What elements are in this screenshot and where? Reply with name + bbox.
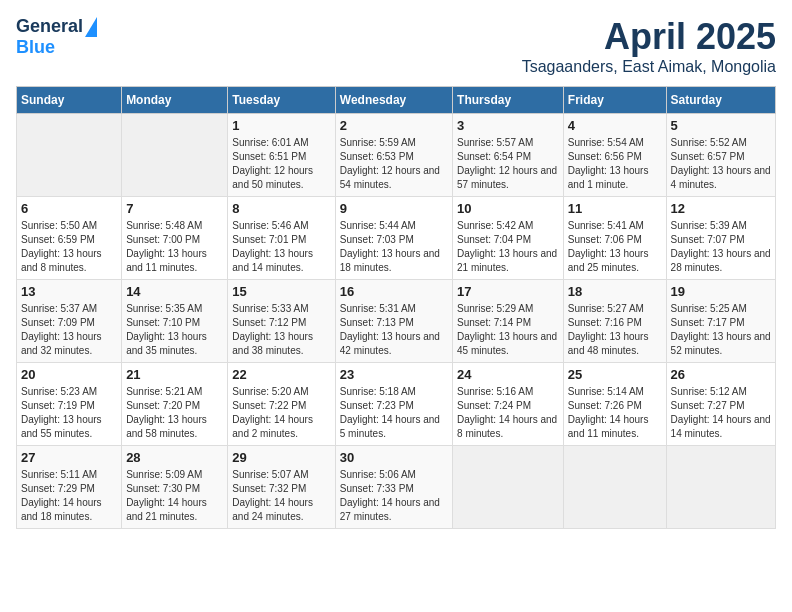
calendar-cell: 14Sunrise: 5:35 AMSunset: 7:10 PMDayligh… bbox=[122, 280, 228, 363]
day-number: 3 bbox=[457, 118, 559, 133]
calendar-cell: 18Sunrise: 5:27 AMSunset: 7:16 PMDayligh… bbox=[563, 280, 666, 363]
day-info: Sunrise: 5:50 AMSunset: 6:59 PMDaylight:… bbox=[21, 219, 117, 275]
day-info: Sunrise: 5:07 AMSunset: 7:32 PMDaylight:… bbox=[232, 468, 330, 524]
day-info: Sunrise: 5:37 AMSunset: 7:09 PMDaylight:… bbox=[21, 302, 117, 358]
day-number: 23 bbox=[340, 367, 448, 382]
header-row: SundayMondayTuesdayWednesdayThursdayFrid… bbox=[17, 87, 776, 114]
day-info: Sunrise: 5:14 AMSunset: 7:26 PMDaylight:… bbox=[568, 385, 662, 441]
week-row-2: 6Sunrise: 5:50 AMSunset: 6:59 PMDaylight… bbox=[17, 197, 776, 280]
calendar-body: 1Sunrise: 6:01 AMSunset: 6:51 PMDaylight… bbox=[17, 114, 776, 529]
day-info: Sunrise: 5:29 AMSunset: 7:14 PMDaylight:… bbox=[457, 302, 559, 358]
day-number: 7 bbox=[126, 201, 223, 216]
calendar-cell: 6Sunrise: 5:50 AMSunset: 6:59 PMDaylight… bbox=[17, 197, 122, 280]
day-number: 11 bbox=[568, 201, 662, 216]
day-number: 6 bbox=[21, 201, 117, 216]
day-number: 28 bbox=[126, 450, 223, 465]
day-info: Sunrise: 5:18 AMSunset: 7:23 PMDaylight:… bbox=[340, 385, 448, 441]
calendar-cell: 2Sunrise: 5:59 AMSunset: 6:53 PMDaylight… bbox=[335, 114, 452, 197]
day-info: Sunrise: 5:48 AMSunset: 7:00 PMDaylight:… bbox=[126, 219, 223, 275]
day-info: Sunrise: 5:23 AMSunset: 7:19 PMDaylight:… bbox=[21, 385, 117, 441]
day-number: 30 bbox=[340, 450, 448, 465]
day-info: Sunrise: 5:11 AMSunset: 7:29 PMDaylight:… bbox=[21, 468, 117, 524]
logo-general: General bbox=[16, 16, 83, 37]
day-info: Sunrise: 6:01 AMSunset: 6:51 PMDaylight:… bbox=[232, 136, 330, 192]
day-info: Sunrise: 5:16 AMSunset: 7:24 PMDaylight:… bbox=[457, 385, 559, 441]
header-day-tuesday: Tuesday bbox=[228, 87, 335, 114]
day-number: 16 bbox=[340, 284, 448, 299]
logo: General Blue bbox=[16, 16, 97, 58]
calendar-table: SundayMondayTuesdayWednesdayThursdayFrid… bbox=[16, 86, 776, 529]
header-day-monday: Monday bbox=[122, 87, 228, 114]
day-info: Sunrise: 5:46 AMSunset: 7:01 PMDaylight:… bbox=[232, 219, 330, 275]
day-info: Sunrise: 5:20 AMSunset: 7:22 PMDaylight:… bbox=[232, 385, 330, 441]
calendar-cell: 10Sunrise: 5:42 AMSunset: 7:04 PMDayligh… bbox=[453, 197, 564, 280]
day-number: 29 bbox=[232, 450, 330, 465]
calendar-cell: 19Sunrise: 5:25 AMSunset: 7:17 PMDayligh… bbox=[666, 280, 775, 363]
calendar-cell: 7Sunrise: 5:48 AMSunset: 7:00 PMDaylight… bbox=[122, 197, 228, 280]
calendar-cell: 23Sunrise: 5:18 AMSunset: 7:23 PMDayligh… bbox=[335, 363, 452, 446]
day-number: 14 bbox=[126, 284, 223, 299]
calendar-cell: 5Sunrise: 5:52 AMSunset: 6:57 PMDaylight… bbox=[666, 114, 775, 197]
calendar-cell: 22Sunrise: 5:20 AMSunset: 7:22 PMDayligh… bbox=[228, 363, 335, 446]
logo-blue: Blue bbox=[16, 37, 55, 58]
calendar-cell bbox=[563, 446, 666, 529]
logo-triangle-icon bbox=[85, 17, 97, 37]
calendar-cell: 17Sunrise: 5:29 AMSunset: 7:14 PMDayligh… bbox=[453, 280, 564, 363]
calendar-cell: 1Sunrise: 6:01 AMSunset: 6:51 PMDaylight… bbox=[228, 114, 335, 197]
calendar-cell: 8Sunrise: 5:46 AMSunset: 7:01 PMDaylight… bbox=[228, 197, 335, 280]
day-info: Sunrise: 5:57 AMSunset: 6:54 PMDaylight:… bbox=[457, 136, 559, 192]
day-number: 8 bbox=[232, 201, 330, 216]
day-number: 27 bbox=[21, 450, 117, 465]
day-number: 9 bbox=[340, 201, 448, 216]
calendar-cell: 29Sunrise: 5:07 AMSunset: 7:32 PMDayligh… bbox=[228, 446, 335, 529]
day-info: Sunrise: 5:59 AMSunset: 6:53 PMDaylight:… bbox=[340, 136, 448, 192]
calendar-cell: 12Sunrise: 5:39 AMSunset: 7:07 PMDayligh… bbox=[666, 197, 775, 280]
week-row-3: 13Sunrise: 5:37 AMSunset: 7:09 PMDayligh… bbox=[17, 280, 776, 363]
calendar-cell: 13Sunrise: 5:37 AMSunset: 7:09 PMDayligh… bbox=[17, 280, 122, 363]
day-info: Sunrise: 5:33 AMSunset: 7:12 PMDaylight:… bbox=[232, 302, 330, 358]
day-info: Sunrise: 5:25 AMSunset: 7:17 PMDaylight:… bbox=[671, 302, 771, 358]
calendar-cell: 9Sunrise: 5:44 AMSunset: 7:03 PMDaylight… bbox=[335, 197, 452, 280]
day-number: 4 bbox=[568, 118, 662, 133]
day-info: Sunrise: 5:35 AMSunset: 7:10 PMDaylight:… bbox=[126, 302, 223, 358]
calendar-cell bbox=[453, 446, 564, 529]
day-number: 12 bbox=[671, 201, 771, 216]
calendar-cell: 27Sunrise: 5:11 AMSunset: 7:29 PMDayligh… bbox=[17, 446, 122, 529]
calendar-cell: 24Sunrise: 5:16 AMSunset: 7:24 PMDayligh… bbox=[453, 363, 564, 446]
week-row-1: 1Sunrise: 6:01 AMSunset: 6:51 PMDaylight… bbox=[17, 114, 776, 197]
day-number: 1 bbox=[232, 118, 330, 133]
calendar-cell: 11Sunrise: 5:41 AMSunset: 7:06 PMDayligh… bbox=[563, 197, 666, 280]
day-number: 5 bbox=[671, 118, 771, 133]
page-subtitle: Tsagaanders, East Aimak, Mongolia bbox=[522, 58, 776, 76]
calendar-cell: 15Sunrise: 5:33 AMSunset: 7:12 PMDayligh… bbox=[228, 280, 335, 363]
calendar-cell: 25Sunrise: 5:14 AMSunset: 7:26 PMDayligh… bbox=[563, 363, 666, 446]
day-info: Sunrise: 5:41 AMSunset: 7:06 PMDaylight:… bbox=[568, 219, 662, 275]
day-number: 24 bbox=[457, 367, 559, 382]
day-number: 10 bbox=[457, 201, 559, 216]
calendar-cell bbox=[122, 114, 228, 197]
day-number: 20 bbox=[21, 367, 117, 382]
day-info: Sunrise: 5:27 AMSunset: 7:16 PMDaylight:… bbox=[568, 302, 662, 358]
day-info: Sunrise: 5:06 AMSunset: 7:33 PMDaylight:… bbox=[340, 468, 448, 524]
day-info: Sunrise: 5:21 AMSunset: 7:20 PMDaylight:… bbox=[126, 385, 223, 441]
header-day-sunday: Sunday bbox=[17, 87, 122, 114]
header: General Blue April 2025 Tsagaanders, Eas… bbox=[16, 16, 776, 76]
calendar-header: SundayMondayTuesdayWednesdayThursdayFrid… bbox=[17, 87, 776, 114]
calendar-cell: 4Sunrise: 5:54 AMSunset: 6:56 PMDaylight… bbox=[563, 114, 666, 197]
day-info: Sunrise: 5:52 AMSunset: 6:57 PMDaylight:… bbox=[671, 136, 771, 192]
day-info: Sunrise: 5:44 AMSunset: 7:03 PMDaylight:… bbox=[340, 219, 448, 275]
calendar-cell bbox=[666, 446, 775, 529]
day-number: 15 bbox=[232, 284, 330, 299]
calendar-cell: 20Sunrise: 5:23 AMSunset: 7:19 PMDayligh… bbox=[17, 363, 122, 446]
calendar-cell: 28Sunrise: 5:09 AMSunset: 7:30 PMDayligh… bbox=[122, 446, 228, 529]
day-number: 18 bbox=[568, 284, 662, 299]
day-number: 2 bbox=[340, 118, 448, 133]
day-info: Sunrise: 5:39 AMSunset: 7:07 PMDaylight:… bbox=[671, 219, 771, 275]
day-number: 17 bbox=[457, 284, 559, 299]
header-day-wednesday: Wednesday bbox=[335, 87, 452, 114]
calendar-cell: 16Sunrise: 5:31 AMSunset: 7:13 PMDayligh… bbox=[335, 280, 452, 363]
calendar-cell: 21Sunrise: 5:21 AMSunset: 7:20 PMDayligh… bbox=[122, 363, 228, 446]
header-day-friday: Friday bbox=[563, 87, 666, 114]
day-info: Sunrise: 5:54 AMSunset: 6:56 PMDaylight:… bbox=[568, 136, 662, 192]
day-number: 26 bbox=[671, 367, 771, 382]
